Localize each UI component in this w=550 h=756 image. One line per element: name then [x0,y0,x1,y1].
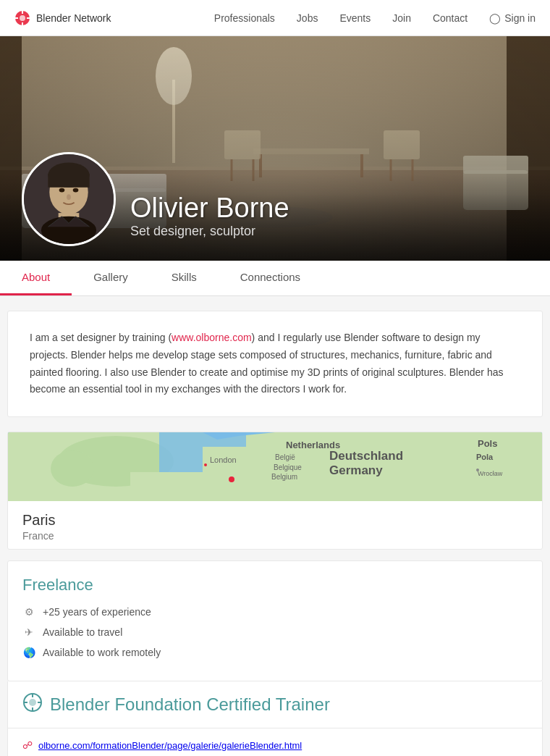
svg-text:Belgiё: Belgiё [275,453,295,461]
svg-point-32 [73,188,79,193]
svg-point-33 [67,194,71,200]
hero-info: Olivier Borne Set designer, sculptor [130,193,289,246]
svg-text:Pola: Pola [476,453,494,461]
blender-certified-icon [22,692,43,717]
svg-text:Belgique: Belgique [274,463,302,471]
nav-jobs[interactable]: Jobs [297,12,318,24]
certified-label: Blender Foundation Certified Trainer [50,694,330,715]
hero-subtitle: Set designer, sculptor [130,224,289,239]
certified-logo-icon [22,692,43,713]
plane-icon: ✈ [22,626,35,639]
travel-item: ✈ Available to travel [22,626,528,639]
freelance-title: Freelance [22,576,528,595]
bio-link[interactable]: www.olborne.com [172,332,252,343]
svg-point-55 [229,476,234,482]
avatar [22,152,116,246]
location-city: Paris [22,512,528,529]
location-country: France [22,530,528,542]
signin-link[interactable]: ◯ Sign in [489,12,536,24]
nav-events[interactable]: Events [339,12,371,24]
hero-name: Olivier Borne [130,193,289,224]
svg-point-35 [41,217,96,244]
remote-item: 🌎 Available to work remotely [22,646,528,659]
nav-join[interactable]: Join [392,12,411,24]
map-container[interactable]: London Netherlands Belgiё Belgique Belgi… [8,432,542,501]
avatar-image [24,152,114,246]
tab-skills[interactable]: Skills [150,261,219,295]
map-section: London Netherlands Belgiё Belgique Belgi… [7,432,543,550]
about-card: I am a set designer by training (www.olb… [7,311,543,417]
signin-icon: ◯ [489,12,501,24]
globe-icon: 🌎 [22,646,35,659]
svg-text:Wrocław: Wrocław [478,470,503,477]
link-item: ☍ olborne.com/formationBlender/page/gale… [22,739,528,751]
navbar-brand[interactable]: Blender Network [14,10,111,26]
bookmark-icon: ☍ [22,739,33,751]
svg-text:Germany: Germany [329,463,383,477]
svg-text:Deutschland: Deutschland [329,449,403,463]
bio-text: I am a set designer by training (www.olb… [30,329,520,398]
gear-icon: ⚙ [22,605,35,618]
profile-tabs: About Gallery Skills Connections [0,261,550,296]
tab-about[interactable]: About [0,261,72,295]
content-area: I am a set designer by training (www.olb… [0,311,550,756]
svg-text:Pols: Pols [478,438,497,449]
experience-item: ⚙ +25 years of experience [22,605,528,618]
svg-rect-30 [48,174,89,188]
svg-text:Belgium: Belgium [271,473,297,481]
remote-text: Available to work remotely [43,647,161,658]
tab-connections[interactable]: Connections [219,261,322,295]
svg-rect-42 [130,472,217,501]
profile-link[interactable]: olborne.com/formationBlender/page/galeri… [38,740,302,751]
experience-text: +25 years of experience [43,606,151,618]
signin-label: Sign in [504,12,536,24]
svg-point-54 [476,469,479,471]
svg-point-44 [204,463,207,466]
svg-point-31 [59,188,65,193]
hero-profile: Olivier Borne Set designer, sculptor [22,152,289,246]
certified-title: Blender Foundation Certified Trainer [22,692,528,717]
certified-section: Blender Foundation Certified Trainer [7,681,543,728]
brand-name: Blender Network [36,12,111,24]
svg-point-1 [20,15,25,21]
travel-text: Available to travel [43,626,122,638]
location-info: Paris France [8,501,542,549]
svg-point-57 [29,699,36,706]
blender-logo-icon [14,10,30,26]
tab-gallery[interactable]: Gallery [72,261,150,295]
svg-text:London: London [210,455,237,464]
freelance-section: Freelance ⚙ +25 years of experience ✈ Av… [7,560,543,681]
nav-professionals[interactable]: Professionals [214,12,275,24]
nav-contact[interactable]: Contact [433,12,468,24]
navbar: Blender Network Professionals Jobs Event… [0,0,550,36]
link-section: ☍ olborne.com/formationBlender/page/gale… [7,728,543,756]
nav-links: Professionals Jobs Events Join Contact [214,12,468,25]
map-svg: London Netherlands Belgiё Belgique Belgi… [8,432,542,501]
bio-part1: I am a set designer by training ( [30,332,172,343]
svg-point-38 [51,450,94,487]
hero-section: Olivier Borne Set designer, sculptor [0,36,550,261]
